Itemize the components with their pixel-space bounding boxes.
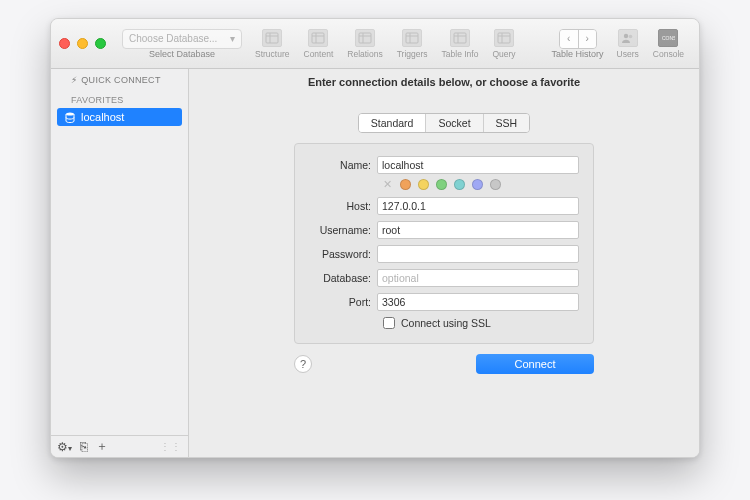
console-button[interactable]: CONSO Console (646, 29, 691, 59)
svg-point-19 (628, 34, 632, 38)
content-icon (308, 29, 328, 47)
svg-rect-15 (498, 33, 510, 43)
password-label: Password: (309, 248, 377, 260)
clear-color-icon[interactable]: ✕ (383, 178, 392, 191)
sidebar: ⚡︎ QUICK CONNECT FAVORITES localhost ⚙︎▾… (51, 69, 189, 457)
name-field[interactable] (377, 156, 579, 174)
tab-socket[interactable]: Socket (425, 114, 482, 132)
users-label: Users (617, 49, 639, 59)
toolbar-query-button[interactable]: Query (485, 29, 522, 59)
history-forward-button[interactable]: › (578, 30, 596, 48)
color-tag-0[interactable] (400, 179, 411, 190)
database-label: Database: (309, 272, 377, 284)
database-icon (65, 112, 75, 123)
color-tag-3[interactable] (454, 179, 465, 190)
username-field[interactable] (377, 221, 579, 239)
password-field[interactable] (377, 245, 579, 263)
svg-rect-0 (266, 33, 278, 43)
history-back-button[interactable]: ‹ (560, 30, 578, 48)
action-row: ? Connect (294, 354, 594, 374)
color-tag-1[interactable] (418, 179, 429, 190)
connection-type-tabs: StandardSocketSSH (358, 113, 530, 133)
toolbar-query-label: Query (492, 49, 515, 59)
ssl-checkbox[interactable] (383, 317, 395, 329)
connect-button[interactable]: Connect (476, 354, 594, 374)
host-field[interactable] (377, 197, 579, 215)
query-icon (494, 29, 514, 47)
table-history-label: Table History (552, 49, 604, 59)
window-body: ⚡︎ QUICK CONNECT FAVORITES localhost ⚙︎▾… (51, 69, 699, 457)
toolbar-table-info-button[interactable]: Table Info (435, 29, 486, 59)
tab-standard[interactable]: Standard (359, 114, 426, 132)
toolbar-structure-label: Structure (255, 49, 290, 59)
connection-panel: Name: ✕ Host: Username: (294, 143, 594, 344)
svg-rect-3 (312, 33, 324, 43)
database-selector[interactable]: Choose Database... ▾ (122, 29, 242, 49)
close-window-icon[interactable] (59, 38, 70, 49)
svg-point-21 (66, 112, 74, 115)
svg-rect-12 (454, 33, 466, 43)
toolbar-table-info-label: Table Info (442, 49, 479, 59)
quick-connect-label: QUICK CONNECT (81, 75, 160, 85)
table-info-icon (450, 29, 470, 47)
gear-icon[interactable]: ⚙︎▾ (57, 440, 72, 454)
toolbar-content-label: Content (304, 49, 334, 59)
database-field[interactable] (377, 269, 579, 287)
port-field[interactable] (377, 293, 579, 311)
database-selector-caption: Select Database (149, 49, 215, 59)
chevron-down-icon: ▾ (230, 33, 235, 44)
host-label: Host: (309, 200, 377, 212)
toolbar-relations-button[interactable]: Relations (340, 29, 389, 59)
sidebar-item-label: localhost (81, 111, 124, 123)
console-icon: CONSO (658, 29, 678, 47)
bolt-icon: ⚡︎ (71, 75, 77, 85)
color-tag-5[interactable] (490, 179, 501, 190)
titlebar: Choose Database... ▾ Select Database Str… (51, 19, 699, 69)
app-window: Choose Database... ▾ Select Database Str… (50, 18, 700, 458)
database-selector-group: Choose Database... ▾ Select Database (116, 29, 248, 59)
svg-point-18 (624, 33, 628, 37)
svg-rect-6 (359, 33, 371, 43)
toolbar-relations-label: Relations (347, 49, 382, 59)
zoom-window-icon[interactable] (95, 38, 106, 49)
users-icon (618, 29, 638, 47)
toolbar-triggers-label: Triggers (397, 49, 428, 59)
toolbar-view-buttons: StructureContentRelationsTriggersTable I… (248, 29, 523, 59)
main-panel: Enter connection details below, or choos… (189, 69, 699, 457)
color-tag-2[interactable] (436, 179, 447, 190)
triggers-icon (402, 29, 422, 47)
ssl-label: Connect using SSL (401, 317, 491, 329)
quick-connect-header[interactable]: ⚡︎ QUICK CONNECT (51, 69, 188, 89)
svg-rect-9 (406, 33, 418, 43)
username-label: Username: (309, 224, 377, 236)
sidebar-footer: ⚙︎▾ ⎘ ＋ ⋮⋮ (51, 435, 188, 457)
add-folder-button[interactable]: ⎘ (80, 439, 88, 454)
color-tag-row: ✕ (309, 178, 579, 191)
port-label: Port: (309, 296, 377, 308)
favorites-header: FAVORITES (51, 89, 188, 107)
add-favorite-button[interactable]: ＋ (96, 438, 108, 455)
svg-text:CONSO: CONSO (662, 35, 675, 41)
relations-icon (355, 29, 375, 47)
minimize-window-icon[interactable] (77, 38, 88, 49)
console-label: Console (653, 49, 684, 59)
toolbar-content-button[interactable]: Content (297, 29, 341, 59)
structure-icon (262, 29, 282, 47)
table-history-nav: ‹ › (559, 29, 597, 49)
users-button[interactable]: Users (610, 29, 646, 59)
name-label: Name: (309, 159, 377, 171)
window-controls (59, 38, 116, 49)
sidebar-item-localhost[interactable]: localhost (57, 108, 182, 126)
tab-ssh[interactable]: SSH (483, 114, 530, 132)
table-history-group: ‹ › Table History (546, 29, 610, 59)
resize-grip-icon[interactable]: ⋮⋮ (160, 441, 182, 452)
color-tag-4[interactable] (472, 179, 483, 190)
page-title: Enter connection details below, or choos… (189, 69, 699, 95)
toolbar-triggers-button[interactable]: Triggers (390, 29, 435, 59)
toolbar-structure-button[interactable]: Structure (248, 29, 297, 59)
help-button[interactable]: ? (294, 355, 312, 373)
connection-form-area: StandardSocketSSH Name: ✕ Host: (189, 95, 699, 457)
database-selector-label: Choose Database... (129, 33, 217, 44)
